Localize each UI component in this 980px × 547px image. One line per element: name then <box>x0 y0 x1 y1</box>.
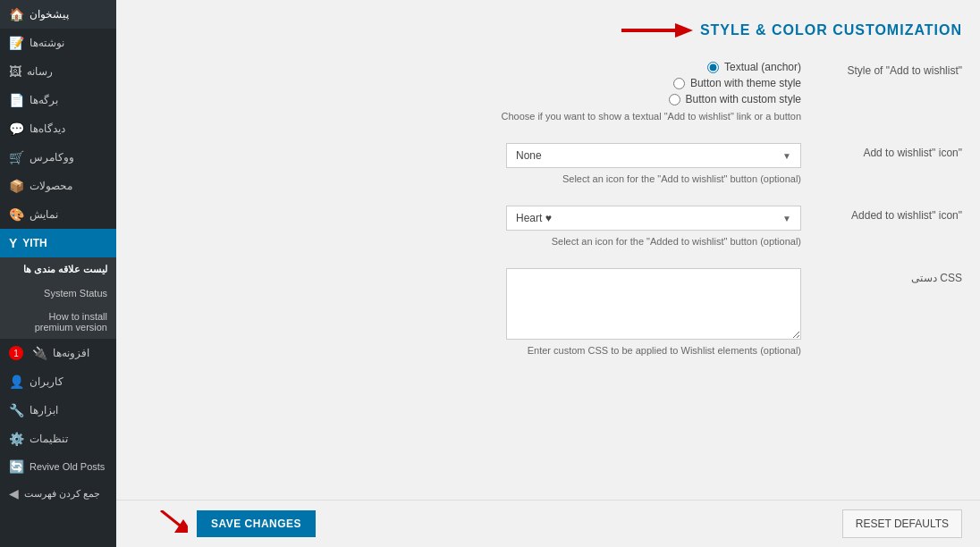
sidebar-item-users[interactable]: کاربران 👤 <box>0 367 116 396</box>
css-controls: Enter custom CSS to be applied to Wishli… <box>134 268 801 356</box>
arrow-right-icon <box>621 18 693 43</box>
collapse-label: جمع کردن فهرست <box>24 488 100 500</box>
css-label: CSS دستی <box>819 268 962 284</box>
plugins-badge: 1 <box>9 346 23 360</box>
submenu-how-install-label: How to install premium version <box>35 311 107 332</box>
appearance-icon: 🎨 <box>9 207 24 222</box>
posts-icon: 📝 <box>9 36 24 50</box>
comments-icon: 💬 <box>9 122 24 136</box>
sidebar-item-woocommerce[interactable]: ووکامرس 🛒 <box>0 143 116 172</box>
sidebar: پیشخوان 🏠 نوشته‌ها 📝 رسانه 🖼 برگه‌ها 📄 د… <box>0 0 116 547</box>
css-hint: Enter custom CSS to be applied to Wishli… <box>528 345 801 356</box>
icon-add-dropdown: None ▼ <box>506 143 801 168</box>
yith-icon: Y <box>9 236 17 250</box>
icon-add-dropdown-btn[interactable]: None ▼ <box>506 143 801 168</box>
sidebar-item-label: برگه‌ها <box>30 94 58 106</box>
footer-bar: SAVE CHANGES RESET DEFAULTS <box>116 500 980 547</box>
sidebar-item-appearance[interactable]: نمایش 🎨 <box>0 200 116 229</box>
sidebar-item-plugins[interactable]: افزونه‌ها 🔌 1 <box>0 339 116 367</box>
style-row: Textual (anchor) Button with theme style… <box>134 61 962 122</box>
plugins-label: افزونه‌ها <box>53 347 89 359</box>
sidebar-item-label: دیدگاه‌ها <box>30 122 65 135</box>
sidebar-item-label: محصولات <box>30 180 72 192</box>
products-icon: 📦 <box>9 179 24 193</box>
reset-button[interactable]: RESET DEFAULTS <box>842 509 962 538</box>
icon-add-hint: Select an icon for the "Add to wishlist"… <box>562 173 801 184</box>
icon-added-value: Heart ♥ <box>516 212 552 224</box>
submenu-system-status-label: System Status <box>44 288 107 299</box>
sidebar-item-inbox[interactable]: پیشخوان 🏠 <box>0 0 116 29</box>
radio-custom-input[interactable] <box>669 94 680 105</box>
arrow-save-icon <box>134 510 188 537</box>
sidebar-collapse[interactable]: جمع کردن فهرست ◀ <box>0 480 116 507</box>
users-icon: 👤 <box>9 374 24 389</box>
css-textarea[interactable] <box>506 268 801 340</box>
submenu-how-install[interactable]: How to install premium version <box>0 305 116 339</box>
section-title-bar: STYLE & COLOR CUSTOMIZATION <box>134 18 962 43</box>
sidebar-item-label: نوشته‌ها <box>30 37 64 49</box>
pages-icon: 📄 <box>9 93 24 107</box>
chevron-down-icon-2: ▼ <box>782 214 791 223</box>
settings-label: تنظیمات <box>30 433 68 445</box>
sidebar-item-pages[interactable]: برگه‌ها 📄 <box>0 86 116 114</box>
section-title: STYLE & COLOR CUSTOMIZATION <box>700 22 962 38</box>
radio-custom-label: Button with custom style <box>686 93 801 105</box>
icon-added-row: Heart ♥ ▼ Select an icon for the "Added … <box>134 206 962 247</box>
radio-group: Textual (anchor) Button with theme style… <box>669 61 801 105</box>
icon-add-controls: None ▼ Select an icon for the "Add to wi… <box>134 143 801 184</box>
main-content: STYLE & COLOR CUSTOMIZATION Textual (anc… <box>116 0 980 547</box>
media-icon: 🖼 <box>9 64 21 79</box>
icon-added-dropdown: Heart ♥ ▼ <box>506 206 801 231</box>
style-controls: Textual (anchor) Button with theme style… <box>134 61 801 122</box>
sidebar-item-label: نمایش <box>30 208 58 221</box>
collapse-icon: ◀ <box>9 486 19 501</box>
radio-theme-label: Button with theme style <box>690 77 801 89</box>
icon-add-label: "Add to wishlist" icon <box>819 143 962 159</box>
plugins-icon: 🔌 <box>32 346 47 360</box>
sidebar-item-tools[interactable]: ابزارها 🔧 <box>0 396 116 425</box>
home-icon: 🏠 <box>9 7 24 21</box>
content-area: STYLE & COLOR CUSTOMIZATION Textual (anc… <box>116 0 980 500</box>
icon-add-row: None ▼ Select an icon for the "Add to wi… <box>134 143 962 184</box>
sidebar-item-label: پیشخوان <box>30 8 69 21</box>
icon-added-dropdown-btn[interactable]: Heart ♥ ▼ <box>506 206 801 231</box>
revive-icon: 🔄 <box>9 459 24 474</box>
sidebar-item-revive[interactable]: Revive Old Posts 🔄 <box>0 453 116 480</box>
style-label: "Style of "Add to wishlist <box>819 61 962 77</box>
sidebar-item-label: رسانه <box>27 65 53 78</box>
css-row: Enter custom CSS to be applied to Wishli… <box>134 268 962 356</box>
yith-submenu: لیست علاقه مندی ها System Status How to … <box>0 257 116 339</box>
sidebar-item-products[interactable]: محصولات 📦 <box>0 172 116 200</box>
svg-marker-1 <box>675 23 693 38</box>
radio-textual-input[interactable] <box>707 62 719 73</box>
settings-icon: ⚙️ <box>9 432 24 446</box>
users-label: کاربران <box>30 375 63 388</box>
chevron-down-icon: ▼ <box>782 151 791 161</box>
radio-textual-label: Textual (anchor) <box>724 61 801 73</box>
radio-theme[interactable]: Button with theme style <box>673 77 801 89</box>
icon-add-value: None <box>516 149 542 162</box>
sidebar-item-yith[interactable]: YITH Y <box>0 229 116 257</box>
sidebar-item-label: ووکامرس <box>30 151 74 164</box>
submenu-wishlist[interactable]: لیست علاقه مندی ها <box>0 257 116 282</box>
radio-textual[interactable]: Textual (anchor) <box>707 61 801 73</box>
yith-label: YITH <box>22 237 46 249</box>
icon-added-label: "Added to wishlist" icon <box>819 206 962 222</box>
radio-custom[interactable]: Button with custom style <box>669 93 801 105</box>
tools-icon: 🔧 <box>9 403 24 417</box>
submenu-wishlist-label: لیست علاقه مندی ها <box>23 264 107 274</box>
sidebar-item-comments[interactable]: دیدگاه‌ها 💬 <box>0 114 116 143</box>
tools-label: ابزارها <box>30 404 58 417</box>
radio-theme-input[interactable] <box>673 78 685 89</box>
style-hint: Choose if you want to show a textual "Ad… <box>501 111 801 122</box>
icon-added-hint: Select an icon for the "Added to wishlis… <box>552 236 801 247</box>
sidebar-item-media[interactable]: رسانه 🖼 <box>0 57 116 86</box>
sidebar-item-posts[interactable]: نوشته‌ها 📝 <box>0 29 116 57</box>
save-button[interactable]: SAVE CHANGES <box>197 510 316 537</box>
revive-label: Revive Old Posts <box>30 461 105 472</box>
submenu-system-status[interactable]: System Status <box>0 282 116 305</box>
sidebar-item-settings[interactable]: تنظیمات ⚙️ <box>0 425 116 453</box>
woo-icon: 🛒 <box>9 150 24 164</box>
icon-added-controls: Heart ♥ ▼ Select an icon for the "Added … <box>134 206 801 247</box>
